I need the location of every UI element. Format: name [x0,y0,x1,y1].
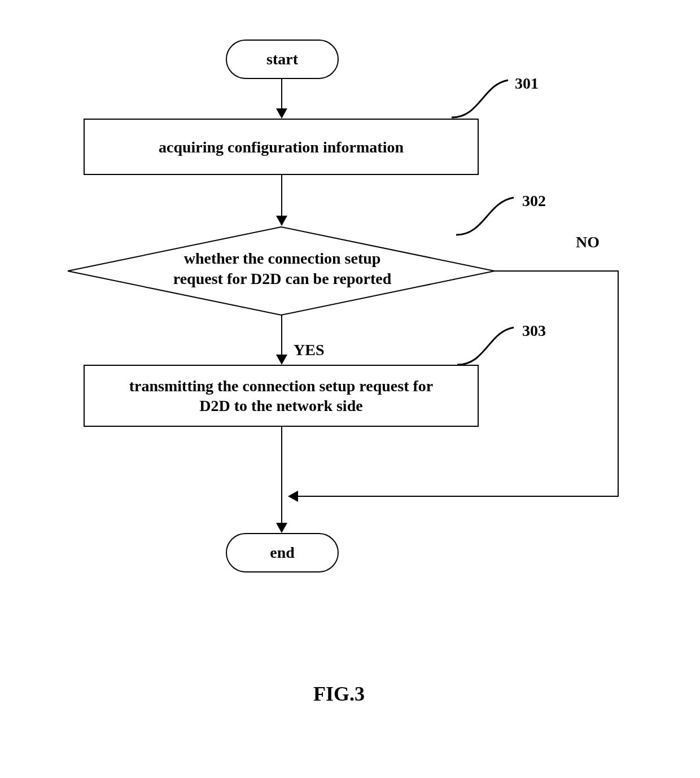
tag-301: 301 [515,75,539,93]
process-303-line2: D2D to the network side [199,397,362,414]
tag-303: 303 [522,322,546,340]
no-edge-h1 [495,270,619,272]
decision-302-text: whether the connection setup request for… [119,248,446,290]
process-303-line1: transmitting the connection setup reques… [129,377,433,395]
decision-302-line1: whether the connection setup [184,250,381,267]
callout-303-icon [457,326,519,366]
arrow-head-down-icon [276,523,287,533]
arrow-head-left-icon [288,491,298,502]
arrow-stem [281,315,282,355]
arrow-head-down-icon [276,355,287,365]
decision-302-line2: request for D2D can be reported [173,270,392,287]
arrow-stem [281,175,282,216]
start-label: start [266,50,298,68]
process-303: transmitting the connection setup reques… [84,365,479,427]
end-terminator: end [226,533,339,572]
process-301-text: acquiring configuration information [159,137,404,157]
arrow-stem [281,79,282,108]
end-label: end [270,544,295,562]
start-terminator: start [226,40,339,79]
edge-label-yes: YES [294,341,324,359]
edge-label-no: NO [576,233,600,251]
no-edge-h2 [298,496,619,497]
figure-caption: FIG.3 [313,682,365,706]
flowchart-canvas: start 301 acquiring configuration inform… [0,0,700,778]
no-edge-v [618,270,619,496]
process-303-text: transmitting the connection setup reques… [129,376,433,416]
arrow-stem [281,427,282,523]
tag-302: 302 [522,192,546,210]
process-301: acquiring configuration information [84,119,479,175]
arrow-head-down-icon [276,216,287,226]
callout-301-icon [452,79,514,119]
arrow-head-down-icon [276,108,287,119]
